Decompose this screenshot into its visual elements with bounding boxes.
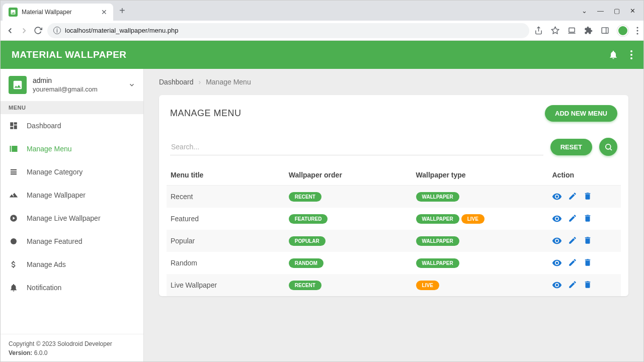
breadcrumb: Dashboard › Manage Menu bbox=[159, 78, 628, 86]
breadcrumb-separator-icon: › bbox=[199, 78, 201, 86]
chevron-down-icon[interactable] bbox=[128, 81, 135, 88]
cell-type: WALLPAPER bbox=[412, 186, 548, 208]
sidebar-item-label: Dashboard bbox=[27, 122, 61, 130]
table-row: Live WallpaperRECENTLIVE bbox=[167, 274, 621, 296]
delete-icon[interactable] bbox=[583, 236, 592, 246]
user-email: youremail@gmail.com bbox=[33, 85, 122, 94]
delete-icon[interactable] bbox=[583, 280, 592, 290]
cell-title: Live Wallpaper bbox=[167, 274, 285, 296]
sidebar-item-dashboard[interactable]: Dashboard bbox=[1, 114, 143, 137]
sidebar-item-notification[interactable]: Notification bbox=[1, 276, 143, 299]
svg-rect-4 bbox=[602, 28, 608, 33]
svg-rect-2 bbox=[569, 28, 575, 32]
browser-tab-bar: Material Wallpaper ✕ + ⌄ — ▢ ✕ bbox=[1, 1, 643, 21]
share-icon[interactable] bbox=[534, 26, 543, 35]
table-row: RandomRANDOMWALLPAPER bbox=[167, 252, 621, 274]
add-new-menu-button[interactable]: ADD NEW MENU bbox=[545, 105, 617, 122]
sidebar-item-label: Notification bbox=[27, 284, 61, 292]
breadcrumb-current: Manage Menu bbox=[206, 78, 251, 86]
order-badge: RECENT bbox=[289, 281, 321, 290]
sidebar-item-manage-featured[interactable]: Manage Featured bbox=[1, 230, 143, 253]
sidebar-item-label: Manage Menu bbox=[27, 145, 72, 153]
type-badge: WALLPAPER bbox=[416, 258, 459, 268]
type-badge: LIVE bbox=[461, 214, 485, 224]
view-icon[interactable] bbox=[552, 214, 562, 224]
sidebar-item-manage-menu[interactable]: Manage Menu bbox=[1, 137, 143, 160]
favicon-icon bbox=[9, 8, 18, 17]
window-controls: ⌄ — ▢ ✕ bbox=[582, 7, 641, 15]
user-info[interactable]: admin youremail@gmail.com bbox=[1, 69, 143, 101]
close-window-icon[interactable]: ✕ bbox=[630, 7, 635, 15]
menu-icon bbox=[9, 191, 19, 200]
sidebar-item-manage-wallpaper[interactable]: Manage Wallpaper bbox=[1, 184, 143, 207]
notifications-icon[interactable] bbox=[608, 50, 618, 60]
delete-icon[interactable] bbox=[583, 192, 592, 202]
menu-icon[interactable] bbox=[636, 27, 638, 35]
address-bar[interactable]: i localhost/material_wallpaper/menu.php bbox=[47, 23, 529, 38]
maximize-icon[interactable]: ▢ bbox=[614, 7, 620, 15]
edit-icon[interactable] bbox=[568, 236, 577, 246]
site-info-icon[interactable]: i bbox=[53, 27, 61, 34]
cell-order: RECENT bbox=[285, 274, 412, 296]
app-header: MATERIAL WALLPAPER bbox=[1, 41, 643, 69]
view-icon[interactable] bbox=[552, 258, 562, 268]
sidebar: admin youremail@gmail.com MENU Dashboard… bbox=[1, 69, 144, 362]
more-icon[interactable] bbox=[630, 50, 632, 59]
minimize-icon[interactable]: — bbox=[597, 7, 604, 15]
edit-icon[interactable] bbox=[568, 192, 577, 202]
new-tab-button[interactable]: + bbox=[113, 5, 131, 17]
order-badge: FEATURED bbox=[289, 214, 328, 224]
close-tab-icon[interactable]: ✕ bbox=[101, 8, 107, 16]
edit-icon[interactable] bbox=[568, 258, 577, 268]
forward-button[interactable] bbox=[20, 26, 29, 35]
search-button[interactable] bbox=[599, 138, 617, 156]
cell-type: WALLPAPER bbox=[412, 252, 548, 274]
type-badge: WALLPAPER bbox=[416, 192, 459, 202]
sidebar-item-manage-category[interactable]: Manage Category bbox=[1, 160, 143, 184]
menu-table: Menu title Wallpaper order Wallpaper typ… bbox=[167, 165, 621, 296]
user-name: admin bbox=[33, 76, 122, 85]
device-icon[interactable] bbox=[568, 26, 576, 35]
type-badge: WALLPAPER bbox=[416, 236, 459, 246]
browser-tab[interactable]: Material Wallpaper ✕ bbox=[3, 4, 113, 21]
url-text: localhost/material_wallpaper/menu.php bbox=[65, 27, 178, 34]
cell-type: WALLPAPER bbox=[412, 230, 548, 252]
svg-point-17 bbox=[605, 144, 610, 149]
svg-point-8 bbox=[636, 33, 638, 34]
breadcrumb-root[interactable]: Dashboard bbox=[159, 78, 194, 86]
back-button[interactable] bbox=[6, 26, 15, 35]
svg-point-11 bbox=[630, 57, 632, 59]
view-icon[interactable] bbox=[552, 236, 562, 246]
menu-icon bbox=[9, 167, 19, 176]
sidebar-item-label: Manage Live Wallpaper bbox=[27, 214, 101, 222]
delete-icon[interactable] bbox=[583, 214, 592, 224]
svg-point-9 bbox=[630, 50, 632, 52]
cell-action bbox=[548, 208, 621, 230]
menu-icon bbox=[9, 121, 19, 130]
edit-icon[interactable] bbox=[568, 280, 577, 290]
sidebar-item-label: Manage Wallpaper bbox=[27, 191, 86, 199]
order-badge: RECENT bbox=[289, 192, 321, 202]
reset-button[interactable]: RESET bbox=[550, 139, 592, 155]
view-icon[interactable] bbox=[552, 280, 562, 290]
order-badge: POPULAR bbox=[289, 236, 326, 246]
user-avatar-icon bbox=[9, 76, 27, 94]
reload-button[interactable] bbox=[34, 26, 42, 35]
edit-icon[interactable] bbox=[568, 214, 577, 224]
sidebar-item-manage-ads[interactable]: Manage Ads bbox=[1, 253, 143, 276]
menu-icon bbox=[9, 260, 19, 269]
bookmark-icon[interactable] bbox=[551, 26, 559, 35]
type-badge: WALLPAPER bbox=[416, 214, 459, 224]
delete-icon[interactable] bbox=[583, 258, 592, 268]
chevron-down-icon[interactable]: ⌄ bbox=[582, 7, 587, 15]
profile-avatar-icon[interactable] bbox=[617, 25, 628, 36]
sidebar-item-manage-live-wallpaper[interactable]: Manage Live Wallpaper bbox=[1, 207, 143, 230]
view-icon[interactable] bbox=[552, 192, 562, 202]
extensions-icon[interactable] bbox=[584, 26, 593, 35]
col-order: Wallpaper order bbox=[285, 165, 412, 186]
manage-menu-card: MANAGE MENU ADD NEW MENU RESET Menu titl… bbox=[159, 95, 628, 296]
cell-title: Random bbox=[167, 252, 285, 274]
sidepanel-icon[interactable] bbox=[601, 26, 609, 35]
search-input[interactable] bbox=[170, 139, 543, 155]
cell-action bbox=[548, 252, 621, 274]
